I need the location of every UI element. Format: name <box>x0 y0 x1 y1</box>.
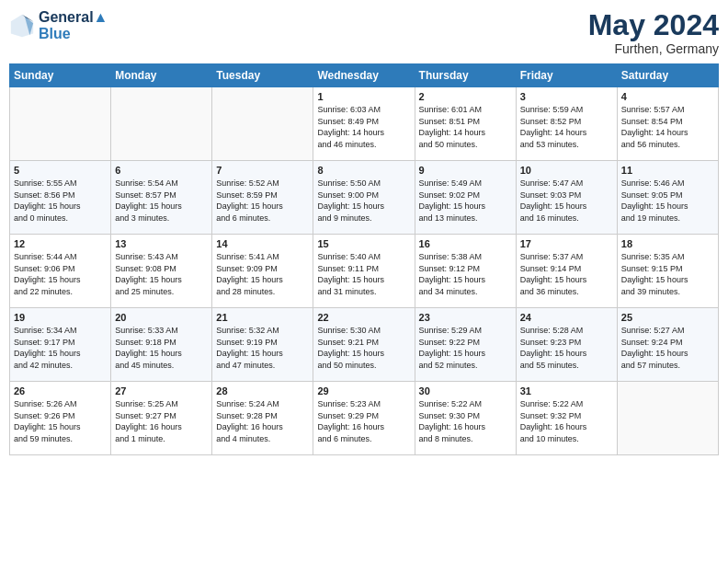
day-number: 5 <box>14 165 107 176</box>
table-cell: 24Sunrise: 5:28 AMSunset: 9:23 PMDayligh… <box>516 308 617 382</box>
day-number: 20 <box>115 312 208 323</box>
header-tuesday: Tuesday <box>212 64 313 87</box>
table-cell: 15Sunrise: 5:40 AMSunset: 9:11 PMDayligh… <box>313 235 415 308</box>
table-cell: 30Sunrise: 5:22 AMSunset: 9:30 PMDayligh… <box>415 382 516 455</box>
day-info: Sunrise: 5:38 AMSunset: 9:12 PMDaylight:… <box>419 251 512 297</box>
table-cell: 11Sunrise: 5:46 AMSunset: 9:05 PMDayligh… <box>617 161 718 235</box>
day-number: 7 <box>216 165 309 176</box>
table-cell: 14Sunrise: 5:41 AMSunset: 9:09 PMDayligh… <box>212 235 313 308</box>
day-info: Sunrise: 5:30 AMSunset: 9:21 PMDaylight:… <box>317 325 410 371</box>
day-number: 12 <box>14 238 107 249</box>
day-info: Sunrise: 5:25 AMSunset: 9:27 PMDaylight:… <box>115 398 208 444</box>
day-info: Sunrise: 5:26 AMSunset: 9:26 PMDaylight:… <box>14 398 107 444</box>
table-cell: 21Sunrise: 5:32 AMSunset: 9:19 PMDayligh… <box>212 308 313 382</box>
day-number: 11 <box>621 165 714 176</box>
day-info: Sunrise: 5:57 AMSunset: 8:54 PMDaylight:… <box>621 104 714 150</box>
day-info: Sunrise: 5:22 AMSunset: 9:32 PMDaylight:… <box>520 398 613 444</box>
day-info: Sunrise: 5:59 AMSunset: 8:52 PMDaylight:… <box>520 104 613 150</box>
table-cell: 26Sunrise: 5:26 AMSunset: 9:26 PMDayligh… <box>10 382 111 455</box>
day-number: 29 <box>317 385 410 396</box>
day-number: 14 <box>216 238 309 249</box>
day-number: 6 <box>115 165 208 176</box>
title-block: May 2024 Furthen, Germany <box>588 9 719 56</box>
day-number: 26 <box>14 385 107 396</box>
day-number: 1 <box>317 91 410 102</box>
header-sunday: Sunday <box>10 64 111 87</box>
header-wednesday: Wednesday <box>313 64 415 87</box>
day-info: Sunrise: 5:35 AMSunset: 9:15 PMDaylight:… <box>621 251 714 297</box>
header-monday: Monday <box>111 64 212 87</box>
header-friday: Friday <box>516 64 617 87</box>
table-cell <box>10 87 111 161</box>
day-info: Sunrise: 5:44 AMSunset: 9:06 PMDaylight:… <box>14 251 107 297</box>
logo-text: General▲ Blue <box>39 9 108 41</box>
page-header: General▲ Blue May 2024 Furthen, Germany <box>9 9 719 56</box>
day-number: 9 <box>419 165 512 176</box>
week-row-3: 12Sunrise: 5:44 AMSunset: 9:06 PMDayligh… <box>10 235 719 308</box>
table-cell <box>617 382 718 455</box>
table-cell: 20Sunrise: 5:33 AMSunset: 9:18 PMDayligh… <box>111 308 212 382</box>
day-info: Sunrise: 5:22 AMSunset: 9:30 PMDaylight:… <box>419 398 512 444</box>
day-info: Sunrise: 6:01 AMSunset: 8:51 PMDaylight:… <box>419 104 512 150</box>
table-cell: 9Sunrise: 5:49 AMSunset: 9:02 PMDaylight… <box>415 161 516 235</box>
table-cell: 27Sunrise: 5:25 AMSunset: 9:27 PMDayligh… <box>111 382 212 455</box>
table-cell: 18Sunrise: 5:35 AMSunset: 9:15 PMDayligh… <box>617 235 718 308</box>
table-cell: 8Sunrise: 5:50 AMSunset: 9:00 PMDaylight… <box>313 161 415 235</box>
week-row-5: 26Sunrise: 5:26 AMSunset: 9:26 PMDayligh… <box>10 382 719 455</box>
day-number: 31 <box>520 385 613 396</box>
days-header-row: SundayMondayTuesdayWednesdayThursdayFrid… <box>10 64 719 87</box>
day-number: 27 <box>115 385 208 396</box>
day-info: Sunrise: 5:23 AMSunset: 9:29 PMDaylight:… <box>317 398 410 444</box>
day-info: Sunrise: 5:27 AMSunset: 9:24 PMDaylight:… <box>621 325 714 371</box>
day-number: 28 <box>216 385 309 396</box>
day-number: 19 <box>14 312 107 323</box>
day-number: 21 <box>216 312 309 323</box>
table-cell: 23Sunrise: 5:29 AMSunset: 9:22 PMDayligh… <box>415 308 516 382</box>
location: Furthen, Germany <box>588 41 719 56</box>
table-cell: 4Sunrise: 5:57 AMSunset: 8:54 PMDaylight… <box>617 87 718 161</box>
table-cell: 13Sunrise: 5:43 AMSunset: 9:08 PMDayligh… <box>111 235 212 308</box>
table-cell: 10Sunrise: 5:47 AMSunset: 9:03 PMDayligh… <box>516 161 617 235</box>
day-number: 25 <box>621 312 714 323</box>
day-number: 24 <box>520 312 613 323</box>
day-number: 2 <box>419 91 512 102</box>
day-info: Sunrise: 5:28 AMSunset: 9:23 PMDaylight:… <box>520 325 613 371</box>
calendar-table: SundayMondayTuesdayWednesdayThursdayFrid… <box>9 63 719 455</box>
table-cell: 3Sunrise: 5:59 AMSunset: 8:52 PMDaylight… <box>516 87 617 161</box>
header-saturday: Saturday <box>617 64 718 87</box>
table-cell: 22Sunrise: 5:30 AMSunset: 9:21 PMDayligh… <box>313 308 415 382</box>
table-cell: 5Sunrise: 5:55 AMSunset: 8:56 PMDaylight… <box>10 161 111 235</box>
header-thursday: Thursday <box>415 64 516 87</box>
day-info: Sunrise: 5:33 AMSunset: 9:18 PMDaylight:… <box>115 325 208 371</box>
table-cell: 12Sunrise: 5:44 AMSunset: 9:06 PMDayligh… <box>10 235 111 308</box>
table-cell: 6Sunrise: 5:54 AMSunset: 8:57 PMDaylight… <box>111 161 212 235</box>
logo-icon <box>9 13 35 39</box>
day-info: Sunrise: 5:49 AMSunset: 9:02 PMDaylight:… <box>419 178 512 224</box>
week-row-1: 1Sunrise: 6:03 AMSunset: 8:49 PMDaylight… <box>10 87 719 161</box>
day-number: 23 <box>419 312 512 323</box>
day-info: Sunrise: 6:03 AMSunset: 8:49 PMDaylight:… <box>317 104 410 150</box>
day-number: 15 <box>317 238 410 249</box>
day-number: 3 <box>520 91 613 102</box>
table-cell: 2Sunrise: 6:01 AMSunset: 8:51 PMDaylight… <box>415 87 516 161</box>
table-cell <box>111 87 212 161</box>
day-info: Sunrise: 5:40 AMSunset: 9:11 PMDaylight:… <box>317 251 410 297</box>
day-info: Sunrise: 5:47 AMSunset: 9:03 PMDaylight:… <box>520 178 613 224</box>
day-info: Sunrise: 5:54 AMSunset: 8:57 PMDaylight:… <box>115 178 208 224</box>
day-info: Sunrise: 5:32 AMSunset: 9:19 PMDaylight:… <box>216 325 309 371</box>
day-number: 10 <box>520 165 613 176</box>
week-row-4: 19Sunrise: 5:34 AMSunset: 9:17 PMDayligh… <box>10 308 719 382</box>
table-cell: 1Sunrise: 6:03 AMSunset: 8:49 PMDaylight… <box>313 87 415 161</box>
day-info: Sunrise: 5:24 AMSunset: 9:28 PMDaylight:… <box>216 398 309 444</box>
day-info: Sunrise: 5:55 AMSunset: 8:56 PMDaylight:… <box>14 178 107 224</box>
day-info: Sunrise: 5:43 AMSunset: 9:08 PMDaylight:… <box>115 251 208 297</box>
day-info: Sunrise: 5:41 AMSunset: 9:09 PMDaylight:… <box>216 251 309 297</box>
day-info: Sunrise: 5:37 AMSunset: 9:14 PMDaylight:… <box>520 251 613 297</box>
day-number: 18 <box>621 238 714 249</box>
table-cell: 25Sunrise: 5:27 AMSunset: 9:24 PMDayligh… <box>617 308 718 382</box>
day-info: Sunrise: 5:50 AMSunset: 9:00 PMDaylight:… <box>317 178 410 224</box>
day-number: 17 <box>520 238 613 249</box>
day-info: Sunrise: 5:34 AMSunset: 9:17 PMDaylight:… <box>14 325 107 371</box>
logo: General▲ Blue <box>9 9 108 41</box>
week-row-2: 5Sunrise: 5:55 AMSunset: 8:56 PMDaylight… <box>10 161 719 235</box>
